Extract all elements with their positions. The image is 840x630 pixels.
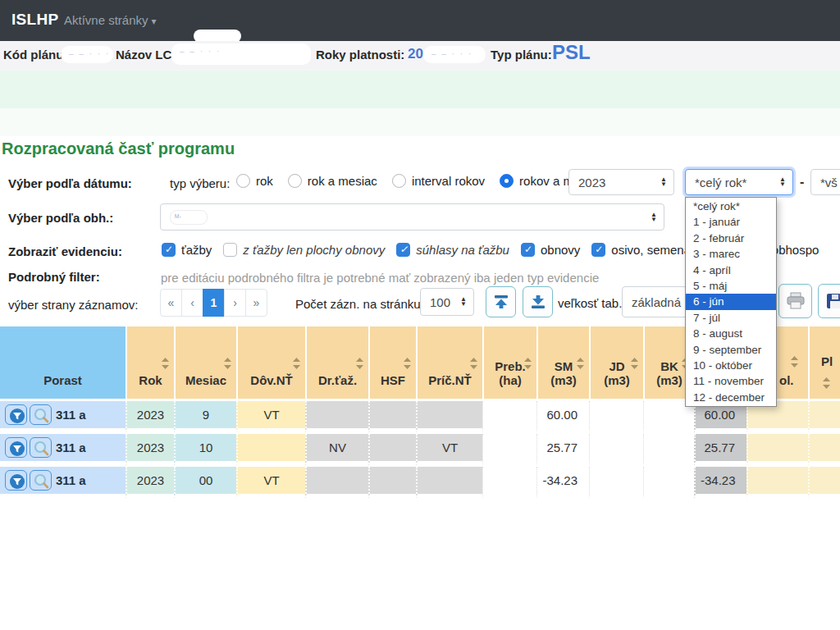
month-option[interactable]: 5 - máj (686, 278, 776, 294)
row-filter-button[interactable] (5, 470, 27, 491)
table-cell (368, 434, 416, 467)
spinner-icon: ▲▼ (651, 212, 657, 222)
table-cell: 2023 (126, 467, 174, 500)
table-cell (416, 401, 482, 434)
table-cell (368, 401, 416, 434)
column-sublabel: (m3) (541, 373, 586, 387)
redaction-blob (170, 210, 208, 225)
checkbox-checked-icon[interactable] (162, 243, 176, 257)
month-from-select[interactable]: *celý rok* ▲▼ (685, 169, 793, 195)
month-option[interactable]: *celý rok* (686, 199, 776, 214)
magnifier-icon (32, 406, 50, 424)
page-button-›[interactable]: › (224, 289, 246, 317)
scroll-to-bottom-button[interactable] (523, 286, 553, 317)
month-option[interactable]: 10 - október (686, 358, 776, 373)
sort-icon (356, 358, 363, 369)
table-size-select[interactable]: základná (622, 286, 694, 317)
evidencia-option-obnovy[interactable]: obnovy (521, 243, 580, 257)
page-button-‹[interactable]: ‹ (181, 289, 203, 317)
detailed-filter-label: Podrobný filter: (8, 270, 100, 284)
checkbox-label: z ťažby len plochy obnovy (243, 243, 385, 257)
table-cell[interactable]: 311 a (0, 401, 126, 434)
porast-id: 311 a (56, 473, 86, 487)
table-row: 311 a 202300VT-34.23-34.23 (0, 467, 840, 500)
page-button-»[interactable]: » (245, 289, 267, 317)
print-button[interactable] (778, 284, 812, 318)
row-detail-button[interactable] (30, 404, 52, 425)
evidencia-option-súhlasy-na-ťažbu[interactable]: súhlasy na ťažbu (396, 243, 509, 257)
row-detail-button[interactable] (30, 470, 52, 491)
column-sublabel: (m3) (594, 373, 640, 387)
checkbox-icon[interactable] (223, 243, 237, 257)
obh-select[interactable]: ▲▼ (160, 203, 664, 231)
redaction-blob (61, 46, 113, 63)
evidencia-option-obhospo[interactable]: obhospo (772, 243, 819, 257)
month-option[interactable]: 8 - august (686, 326, 776, 341)
row-detail-button[interactable] (30, 437, 52, 458)
month-option[interactable]: 2 - február (686, 231, 776, 246)
radio-option-rok-a-mesiac[interactable]: rok a mesiac (288, 174, 377, 188)
month-option[interactable]: 3 - marec (686, 246, 776, 262)
funnel-icon (7, 406, 25, 424)
column-header-HSF[interactable]: HSF (368, 326, 416, 401)
month-option[interactable]: 11 - november (686, 373, 776, 389)
column-header-Dôv.NŤ[interactable]: Dôv.NŤ (236, 326, 305, 401)
year-select[interactable]: 2023 ▲▼ (568, 169, 674, 195)
radio-selected-icon[interactable] (500, 174, 514, 188)
month-option[interactable]: 4 - apríl (686, 262, 776, 278)
month-option[interactable]: 7 - júl (686, 310, 776, 326)
radio-icon[interactable] (236, 174, 250, 188)
page-button-1[interactable]: 1 (203, 289, 225, 317)
checkbox-checked-icon[interactable] (396, 243, 410, 257)
row-filter-button[interactable] (5, 437, 27, 458)
month-to-select[interactable]: *vš (810, 169, 840, 195)
plan-type-value: PSL (552, 41, 591, 64)
column-sublabel: ol. (779, 373, 805, 387)
column-label: Mesiac (179, 373, 233, 387)
column-header-Pl[interactable]: Pl (808, 326, 840, 401)
radio-option-interval-rokov[interactable]: interval rokov (392, 174, 485, 188)
radio-option-rok[interactable]: rok (236, 174, 273, 188)
scroll-to-top-button[interactable] (486, 286, 516, 317)
page-button-«[interactable]: « (160, 289, 182, 317)
column-header-Príč.NŤ[interactable]: Príč.NŤ (416, 326, 482, 401)
checkbox-label: obnovy (541, 243, 580, 257)
per-page-select[interactable]: 100 ▲▼ (420, 288, 474, 316)
radio-icon[interactable] (288, 174, 302, 188)
checkbox-checked-icon[interactable] (591, 243, 605, 257)
column-header-Dr.ťaž.[interactable]: Dr.ťaž. (305, 326, 368, 401)
checkbox-label: ťažby (181, 243, 212, 257)
column-header-Rok[interactable]: Rok (126, 326, 174, 401)
floppy-disk-icon (825, 292, 840, 310)
table-cell: VT (416, 434, 482, 467)
column-header-Preb.[interactable]: Preb.(ha) (482, 326, 536, 401)
column-header-JD[interactable]: JD(m3) (589, 326, 643, 401)
radio-label: rok a mesiac (308, 174, 377, 188)
month-option[interactable]: 9 - september (686, 342, 776, 358)
table-cell (808, 401, 840, 434)
table-cell (589, 434, 643, 467)
porast-id: 311 a (56, 441, 86, 454)
nav-menu-active-pages[interactable]: Aktívne stránky▾ (64, 13, 157, 27)
table-cell[interactable]: 311 a (0, 434, 126, 467)
sort-icon (224, 358, 231, 369)
column-header-SM[interactable]: SM(m3) (536, 326, 589, 401)
radio-icon[interactable] (392, 174, 406, 188)
evidencia-option-z-ťažby-len-plochy-obnovy[interactable]: z ťažby len plochy obnovy (223, 243, 385, 257)
column-header-Mesiac[interactable]: Mesiac (174, 326, 236, 401)
table-cell: 00 (174, 467, 236, 500)
table-cell[interactable]: 311 a (0, 467, 126, 500)
checkbox-checked-icon[interactable] (521, 243, 535, 257)
row-filter-button[interactable] (5, 404, 27, 425)
table-cell: 10 (174, 434, 236, 467)
save-button[interactable] (818, 284, 840, 318)
table-cell: 9 (174, 401, 236, 434)
porast-id: 311 a (56, 408, 86, 422)
table-cell: 60.00 (536, 401, 589, 434)
evidencia-option-ťažby[interactable]: ťažby (162, 243, 212, 257)
sort-icon (470, 358, 477, 369)
month-option[interactable]: 1 - január (686, 214, 776, 230)
month-option[interactable]: 12 - december (686, 390, 776, 405)
table-cell (305, 467, 368, 500)
month-option[interactable]: 6 - jún (686, 294, 776, 309)
